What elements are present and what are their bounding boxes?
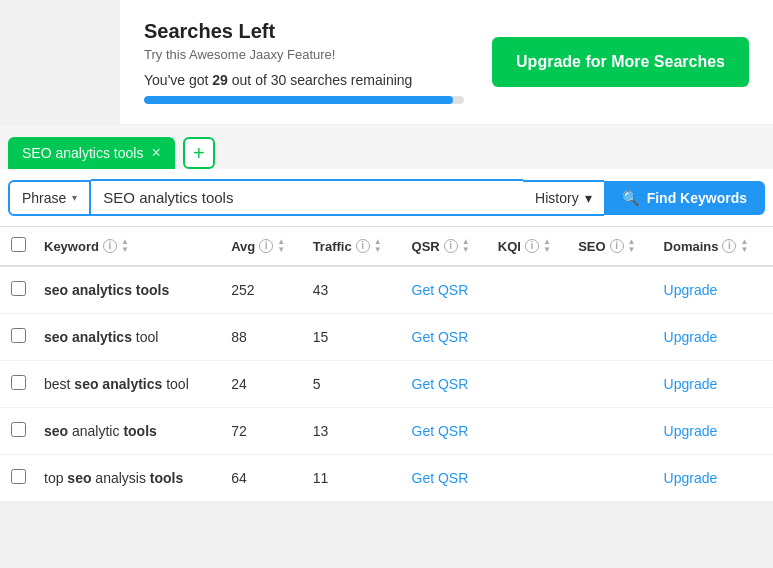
row-checkbox[interactable] — [11, 422, 26, 437]
qsr-cell[interactable]: Get QSR — [404, 455, 490, 502]
get-qsr-link[interactable]: Get QSR — [412, 282, 469, 298]
keyword-cell: best seo analytics tool — [36, 361, 223, 408]
get-qsr-link[interactable]: Get QSR — [412, 376, 469, 392]
col-traffic: Traffic i ▲▼ — [305, 227, 404, 266]
search-bar: Phrase ▾ History ▾ 🔍 Find Keywords — [0, 169, 773, 227]
chevron-down-icon: ▾ — [72, 192, 77, 203]
traffic-cell: 5 — [305, 361, 404, 408]
kqi-sort-icon: ▲▼ — [543, 238, 551, 254]
avg-info-icon[interactable]: i — [259, 239, 273, 253]
qsr-cell[interactable]: Get QSR — [404, 361, 490, 408]
find-keywords-label: Find Keywords — [647, 190, 747, 206]
col-traffic-label: Traffic — [313, 239, 352, 254]
kqi-cell — [490, 266, 570, 314]
traffic-info-icon[interactable]: i — [356, 239, 370, 253]
kqi-cell — [490, 455, 570, 502]
kqi-cell — [490, 408, 570, 455]
avg-sort-icon: ▲▼ — [277, 238, 285, 254]
searches-count: You've got 29 out of 30 searches remaini… — [144, 72, 464, 88]
row-checkbox[interactable] — [11, 469, 26, 484]
get-qsr-link[interactable]: Get QSR — [412, 423, 469, 439]
count-after: out of 30 searches remaining — [228, 72, 412, 88]
seo-cell — [570, 266, 655, 314]
avg-cell: 24 — [223, 361, 304, 408]
keyword-cell: seo analytics tools — [36, 266, 223, 314]
kqi-info-icon[interactable]: i — [525, 239, 539, 253]
table-header-row: Keyword i ▲▼ Avg i ▲▼ Traffic i — [0, 227, 773, 266]
get-qsr-link[interactable]: Get QSR — [412, 470, 469, 486]
upgrade-link[interactable]: Upgrade — [664, 329, 718, 345]
phrase-label: Phrase — [22, 190, 66, 206]
qsr-cell[interactable]: Get QSR — [404, 408, 490, 455]
qsr-cell[interactable]: Get QSR — [404, 314, 490, 361]
avg-cell: 252 — [223, 266, 304, 314]
kqi-cell — [490, 314, 570, 361]
domains-sort-icon: ▲▼ — [740, 238, 748, 254]
table-row: best seo analytics tool245Get QSRUpgrade — [0, 361, 773, 408]
col-kqi-label: KQI — [498, 239, 521, 254]
seo-cell — [570, 408, 655, 455]
history-label: History — [535, 190, 579, 206]
domains-cell[interactable]: Upgrade — [656, 408, 773, 455]
avg-cell: 72 — [223, 408, 304, 455]
chevron-down-icon: ▾ — [585, 190, 592, 206]
searches-subtitle: Try this Awesome Jaaxy Feature! — [144, 47, 464, 62]
keyword-cell: seo analytics tool — [36, 314, 223, 361]
qsr-sort-icon: ▲▼ — [462, 238, 470, 254]
tab-bar: SEO analytics tools × + — [0, 125, 773, 169]
col-keyword-label: Keyword — [44, 239, 99, 254]
searches-info: Searches Left Try this Awesome Jaaxy Fea… — [144, 20, 464, 104]
seo-cell — [570, 455, 655, 502]
keyword-cell: seo analytic tools — [36, 408, 223, 455]
seo-cell — [570, 314, 655, 361]
tab-seo-analytics-tools[interactable]: SEO analytics tools × — [8, 137, 175, 169]
tab-label: SEO analytics tools — [22, 145, 143, 161]
domains-info-icon[interactable]: i — [722, 239, 736, 253]
col-domains: Domains i ▲▼ — [656, 227, 773, 266]
searches-left-title: Searches Left — [144, 20, 464, 43]
keyword-info-icon[interactable]: i — [103, 239, 117, 253]
row-checkbox[interactable] — [11, 328, 26, 343]
kqi-cell — [490, 361, 570, 408]
keyword-sort-icon: ▲▼ — [121, 238, 129, 254]
col-avg-label: Avg — [231, 239, 255, 254]
domains-cell[interactable]: Upgrade — [656, 314, 773, 361]
qsr-cell[interactable]: Get QSR — [404, 266, 490, 314]
select-all-checkbox[interactable] — [11, 237, 26, 252]
phrase-dropdown[interactable]: Phrase ▾ — [8, 180, 91, 216]
traffic-cell: 13 — [305, 408, 404, 455]
keyword-search-input[interactable] — [91, 179, 523, 216]
traffic-cell: 43 — [305, 266, 404, 314]
upgrade-button[interactable]: Upgrade for More Searches — [492, 37, 749, 87]
avg-cell: 88 — [223, 314, 304, 361]
select-all-header — [0, 227, 36, 266]
col-seo-label: SEO — [578, 239, 605, 254]
avg-cell: 64 — [223, 455, 304, 502]
col-seo: SEO i ▲▼ — [570, 227, 655, 266]
upgrade-link[interactable]: Upgrade — [664, 376, 718, 392]
count-value: 29 — [212, 72, 228, 88]
seo-info-icon[interactable]: i — [610, 239, 624, 253]
col-keyword: Keyword i ▲▼ — [36, 227, 223, 266]
history-dropdown[interactable]: History ▾ — [523, 180, 604, 216]
tab-add-button[interactable]: + — [183, 137, 215, 169]
col-kqi: KQI i ▲▼ — [490, 227, 570, 266]
table-row: seo analytic tools7213Get QSRUpgrade — [0, 408, 773, 455]
domains-cell[interactable]: Upgrade — [656, 455, 773, 502]
domains-cell[interactable]: Upgrade — [656, 266, 773, 314]
row-checkbox[interactable] — [11, 375, 26, 390]
tab-close-button[interactable]: × — [151, 145, 160, 161]
upgrade-link[interactable]: Upgrade — [664, 282, 718, 298]
row-checkbox[interactable] — [11, 281, 26, 296]
get-qsr-link[interactable]: Get QSR — [412, 329, 469, 345]
col-avg: Avg i ▲▼ — [223, 227, 304, 266]
domains-cell[interactable]: Upgrade — [656, 361, 773, 408]
col-qsr-label: QSR — [412, 239, 440, 254]
traffic-sort-icon: ▲▼ — [374, 238, 382, 254]
find-keywords-button[interactable]: 🔍 Find Keywords — [604, 181, 765, 215]
table-row: seo analytics tools25243Get QSRUpgrade — [0, 266, 773, 314]
traffic-cell: 15 — [305, 314, 404, 361]
upgrade-link[interactable]: Upgrade — [664, 423, 718, 439]
upgrade-link[interactable]: Upgrade — [664, 470, 718, 486]
qsr-info-icon[interactable]: i — [444, 239, 458, 253]
